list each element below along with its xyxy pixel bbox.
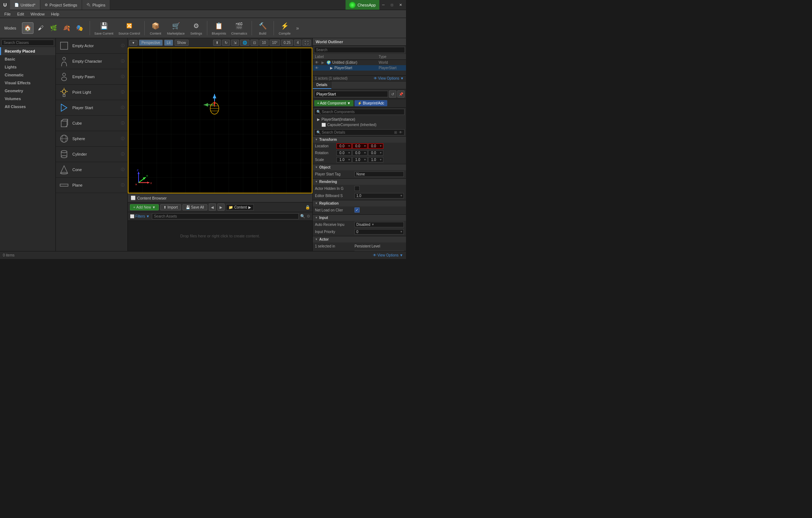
settings-icon-cb[interactable]: ⚙ bbox=[307, 214, 310, 219]
maximize-viewport-button[interactable]: ⛶ bbox=[302, 40, 311, 46]
toolbar-more-button[interactable]: » bbox=[294, 25, 301, 31]
auto-receive-dropdown[interactable]: Disabled ▼ bbox=[355, 222, 404, 227]
maximize-button[interactable]: □ bbox=[388, 1, 396, 9]
category-all-classes[interactable]: All Classes bbox=[0, 103, 55, 111]
status-view-options[interactable]: 👁 View Options ▼ bbox=[373, 253, 403, 257]
scale-y-input[interactable]: 1.0 ▼ bbox=[352, 157, 367, 162]
category-cinematic[interactable]: Cinematic bbox=[0, 71, 55, 79]
outliner-item-playerstart[interactable]: 👁 ▶ PlayerStart PlayerStart bbox=[313, 65, 406, 71]
category-visual-effects[interactable]: Visual Effects bbox=[0, 79, 55, 87]
menu-file[interactable]: File bbox=[1, 11, 14, 17]
input-priority-arrow[interactable]: ▼ bbox=[399, 230, 403, 233]
grid-size-button[interactable]: 10 bbox=[260, 40, 269, 46]
section-transform[interactable]: Transform bbox=[313, 136, 406, 143]
location-x-arrow[interactable]: ▼ bbox=[347, 144, 351, 148]
details-pin-button[interactable]: 📌 bbox=[397, 90, 405, 98]
add-component-button[interactable]: + Add Component ▼ bbox=[314, 100, 353, 106]
scale-label[interactable]: Scale bbox=[315, 158, 337, 162]
mode-icon-paint[interactable]: 🖌 bbox=[35, 22, 46, 34]
scale-x-input[interactable]: 1.0 ▼ bbox=[337, 157, 352, 162]
category-recently-placed[interactable]: Recently Placed bbox=[0, 47, 55, 55]
scale-snap-button[interactable]: 0.25 bbox=[281, 40, 293, 46]
scale-button[interactable]: ⇲ bbox=[231, 40, 239, 46]
search-assets-input[interactable] bbox=[152, 213, 299, 219]
search-classes-input[interactable] bbox=[1, 40, 54, 46]
tab-untitled[interactable]: 📄 Untitled* bbox=[10, 0, 40, 10]
close-button[interactable]: ✕ bbox=[397, 1, 405, 9]
rotation-x-arrow[interactable]: ▼ bbox=[347, 151, 351, 155]
rotation-z-input[interactable]: 0.0 ▼ bbox=[368, 150, 383, 156]
outliner-search-input[interactable] bbox=[314, 47, 405, 53]
location-label[interactable]: Location bbox=[315, 144, 337, 148]
section-actor[interactable]: Actor bbox=[313, 236, 406, 242]
tab-project-settings[interactable]: ⚙ Project Settings bbox=[40, 0, 82, 10]
location-y-input[interactable]: 0.0 ▼ bbox=[352, 143, 367, 149]
cb-lock-button[interactable]: 🔒 bbox=[305, 205, 310, 210]
placement-item-point-light[interactable]: Point Light ⓘ bbox=[56, 85, 127, 100]
editor-billboard-input[interactable]: 1.0 ▼ bbox=[355, 193, 404, 198]
placement-item-empty-pawn[interactable]: Empty Pawn ⓘ bbox=[56, 69, 127, 85]
location-z-arrow[interactable]: ▼ bbox=[379, 144, 383, 148]
category-basic[interactable]: Basic bbox=[0, 55, 55, 63]
mode-icon-landscape[interactable]: 🌿 bbox=[48, 22, 59, 34]
lit-button[interactable]: Lit bbox=[164, 40, 173, 46]
category-geometry[interactable]: Geometry bbox=[0, 87, 55, 95]
content-button[interactable]: 📦 Content bbox=[147, 19, 164, 37]
input-priority-input[interactable]: 0 ▼ bbox=[355, 229, 404, 235]
mode-icon-geometry[interactable]: 🎭 bbox=[74, 22, 85, 34]
source-control-button[interactable]: 🔀 Source Control bbox=[116, 19, 142, 37]
tab-plugins[interactable]: 🔌 Plugins bbox=[82, 0, 110, 10]
placement-item-plane[interactable]: Plane ⓘ bbox=[56, 178, 127, 193]
category-lights[interactable]: Lights bbox=[0, 63, 55, 71]
category-volumes[interactable]: Volumes bbox=[0, 95, 55, 103]
settings-button[interactable]: ⚙ Settings bbox=[188, 19, 205, 37]
menu-help[interactable]: Help bbox=[48, 11, 62, 17]
rotation-x-input[interactable]: 0.0 ▼ bbox=[337, 150, 352, 156]
minimize-button[interactable]: ─ bbox=[379, 1, 387, 9]
cinematics-button[interactable]: 🎬 Cinematics bbox=[229, 19, 249, 37]
component-playerstart-instance[interactable]: ▶ PlayerStart(Instance) bbox=[314, 117, 405, 122]
add-new-button[interactable]: + Add New ▼ bbox=[130, 204, 159, 210]
compile-button[interactable]: ⚡ Compile bbox=[276, 19, 293, 37]
player-start-tag-input[interactable] bbox=[355, 171, 404, 177]
rotation-z-arrow[interactable]: ▼ bbox=[379, 151, 383, 155]
placement-item-player-start[interactable]: Player Start ⓘ bbox=[56, 100, 127, 116]
blueprints-button[interactable]: 📋 Blueprints bbox=[209, 19, 228, 37]
placement-item-empty-actor[interactable]: Empty Actor ⓘ bbox=[56, 38, 127, 54]
scale-x-arrow[interactable]: ▼ bbox=[347, 158, 351, 161]
build-button[interactable]: 🔨 Build bbox=[254, 19, 271, 37]
surface-snapping-button[interactable]: ⊡ bbox=[251, 40, 258, 46]
camera-speed-button[interactable]: 4 bbox=[294, 40, 301, 46]
view-options-button[interactable]: 👁 View Options ▼ bbox=[374, 76, 404, 80]
location-z-input[interactable]: 0.0 ▼ bbox=[368, 143, 383, 149]
actor-hidden-checkbox[interactable] bbox=[355, 186, 360, 191]
viewport-dropdown-button[interactable]: ▼ bbox=[129, 40, 137, 46]
outliner-item-untitled[interactable]: 👁 ▶ 🌍 Untitled (Editor) World bbox=[313, 60, 406, 65]
marketplace-button[interactable]: 🛒 Marketplace bbox=[165, 19, 187, 37]
details-reset-button[interactable]: ↺ bbox=[389, 90, 396, 98]
show-button[interactable]: Show bbox=[175, 40, 189, 46]
location-y-arrow[interactable]: ▼ bbox=[363, 144, 367, 148]
translate-button[interactable]: ⬆ bbox=[213, 40, 221, 46]
scale-z-input[interactable]: 1.0 ▼ bbox=[368, 157, 383, 162]
search-details-input[interactable] bbox=[322, 130, 392, 134]
section-object[interactable]: Object bbox=[313, 164, 406, 170]
scale-z-arrow[interactable]: ▼ bbox=[379, 158, 383, 161]
rotation-label[interactable]: Rotation bbox=[315, 151, 337, 155]
location-x-input[interactable]: 0.0 ▼ bbox=[337, 143, 352, 149]
mode-icon-foliage[interactable]: 🍂 bbox=[61, 22, 72, 34]
placement-item-empty-character[interactable]: Empty Character ⓘ bbox=[56, 54, 127, 69]
save-all-button[interactable]: 💾 Save All bbox=[182, 204, 207, 210]
scale-y-arrow[interactable]: ▼ bbox=[363, 158, 367, 161]
search-details-table-icon[interactable]: ⊞ bbox=[394, 130, 397, 134]
cb-forward-button[interactable]: ▶ bbox=[217, 204, 225, 211]
cb-back-button[interactable]: ◀ bbox=[209, 204, 216, 211]
tab-details[interactable]: Details bbox=[313, 81, 331, 89]
section-replication[interactable]: Replication bbox=[313, 200, 406, 206]
search-components-input[interactable] bbox=[322, 110, 402, 114]
save-current-button[interactable]: 💾 Save Current bbox=[92, 19, 116, 37]
blueprint-button[interactable]: ⚡ Blueprint/Adc bbox=[355, 100, 387, 106]
placement-item-cylinder[interactable]: Cylinder ⓘ bbox=[56, 147, 127, 162]
editor-billboard-arrow[interactable]: ▼ bbox=[399, 194, 403, 197]
placement-item-sphere[interactable]: Sphere ⓘ bbox=[56, 131, 127, 147]
